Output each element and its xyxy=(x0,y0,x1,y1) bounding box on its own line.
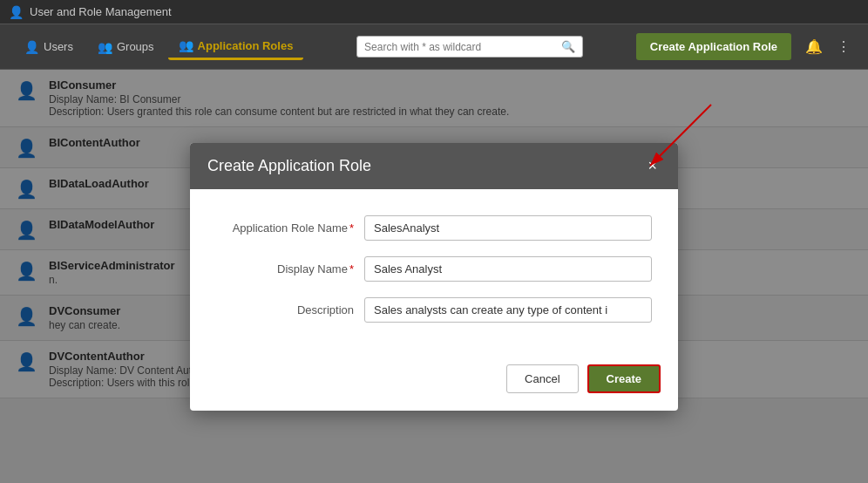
tab-groups[interactable]: 👥 Groups xyxy=(87,35,165,59)
title-bar-text: User and Role Management xyxy=(30,5,172,18)
dialog-footer: Cancel Create xyxy=(190,356,678,411)
search-box: 🔍 xyxy=(356,36,583,58)
display-name-input[interactable] xyxy=(364,256,652,282)
create-application-role-button[interactable]: Create Application Role xyxy=(636,33,791,60)
toolbar-actions: 🔔 ⋮ xyxy=(802,35,854,58)
search-icon: 🔍 xyxy=(561,40,575,53)
app-role-name-label: Application Role Name* xyxy=(216,221,364,235)
main-content: 👤 BIConsumer Display Name: BI Consumer D… xyxy=(0,70,868,483)
dialog-create-button[interactable]: Create xyxy=(587,364,661,393)
title-bar: 👤 User and Role Management xyxy=(0,0,868,24)
tab-users[interactable]: 👤 Users xyxy=(14,35,84,59)
tab-groups-label: Groups xyxy=(117,40,154,53)
display-name-label: Display Name* xyxy=(216,262,364,276)
form-row-display-name: Display Name* xyxy=(216,256,652,282)
users-icon: 👤 xyxy=(24,40,39,54)
more-options-button[interactable]: ⋮ xyxy=(833,35,854,58)
cancel-button[interactable]: Cancel xyxy=(506,364,578,393)
dialog-body: Application Role Name* Display Name* Des… xyxy=(190,189,678,356)
notification-button[interactable]: 🔔 xyxy=(802,35,826,58)
required-star: * xyxy=(349,262,354,276)
dialog-close-button[interactable]: × xyxy=(644,157,661,175)
description-label: Description xyxy=(216,303,364,316)
app-icon: 👤 xyxy=(9,5,23,19)
form-row-description: Description xyxy=(216,297,652,323)
search-input[interactable] xyxy=(364,41,556,53)
dialog-title: Create Application Role xyxy=(207,157,371,175)
app-role-name-input[interactable] xyxy=(364,215,652,241)
tab-users-label: Users xyxy=(44,40,73,53)
app-roles-icon: 👥 xyxy=(179,38,193,52)
form-row-app-role-name: Application Role Name* xyxy=(216,215,652,241)
modal-overlay: Create Application Role × Application Ro… xyxy=(0,70,868,483)
create-role-dialog: Create Application Role × Application Ro… xyxy=(190,143,678,411)
tab-app-roles-label: Application Roles xyxy=(198,39,294,52)
required-star: * xyxy=(349,221,354,235)
description-input[interactable] xyxy=(364,297,652,323)
search-area: 🔍 xyxy=(307,36,632,58)
groups-icon: 👥 xyxy=(98,40,112,54)
toolbar: 👤 Users 👥 Groups 👥 Application Roles 🔍 C… xyxy=(0,24,868,70)
tab-application-roles[interactable]: 👥 Application Roles xyxy=(168,33,304,60)
dialog-header: Create Application Role × xyxy=(190,143,678,189)
